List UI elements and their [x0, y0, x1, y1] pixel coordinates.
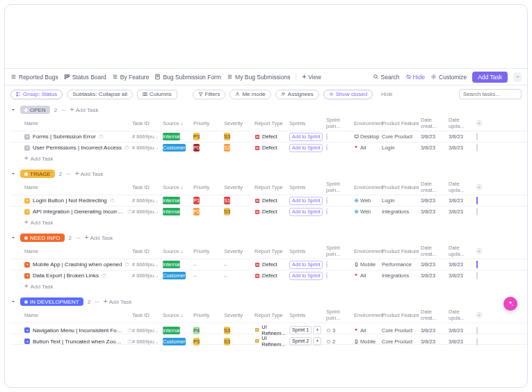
source-tag[interactable]: Internal — [163, 133, 180, 140]
source-tag[interactable]: Internal — [163, 208, 180, 215]
col-date-created[interactable]: Date creat... — [421, 309, 449, 321]
row-checkbox[interactable] — [476, 197, 478, 204]
date-updated[interactable]: 3/8/23 — [449, 209, 476, 215]
col-report-type[interactable]: Report Type — [255, 248, 289, 254]
row-checkbox[interactable] — [476, 261, 478, 268]
group-add-task[interactable]: +Add Task — [75, 170, 104, 177]
product-feature[interactable]: Core Product — [382, 338, 421, 345]
tab-reported-bugs[interactable]: Reported Bugs — [10, 74, 58, 81]
col-taskid[interactable]: Task ID — [132, 312, 163, 318]
task-row[interactable]: API Integration | Generating Incorrect .… — [10, 206, 527, 217]
group-add-task[interactable]: +Add Task — [70, 106, 99, 113]
severity-empty[interactable]: – — [224, 261, 227, 268]
task-name-cell[interactable]: API Integration | Generating Incorrect .… — [24, 209, 132, 215]
group-header[interactable]: OPEN 2 ··· +Add Task — [10, 104, 527, 115]
source-tag[interactable]: Customer — [163, 272, 186, 279]
col-name[interactable]: Name — [24, 312, 132, 318]
row-checkbox[interactable] — [476, 338, 478, 345]
environment[interactable]: Desktop — [354, 133, 382, 140]
col-add[interactable]: + — [476, 184, 487, 190]
priority-empty[interactable]: – — [193, 261, 196, 268]
add-to-sprint-button[interactable]: Add to Sprint — [289, 272, 323, 280]
report-type[interactable]: Defect — [255, 272, 289, 279]
col-sprints[interactable]: Sprints — [289, 248, 326, 254]
severity-tag[interactable]: S3 — [224, 338, 230, 345]
col-severity[interactable]: Severity — [224, 184, 255, 190]
col-sprint-points[interactable]: Sprint poin... — [326, 309, 354, 321]
col-sprint-points[interactable]: Sprint poin... — [326, 181, 354, 193]
status-pill[interactable]: NEED INFO — [20, 234, 65, 242]
col-taskid[interactable]: Task ID — [132, 248, 163, 254]
date-created[interactable]: 3/8/23 — [421, 261, 449, 268]
status-pill[interactable]: OPEN — [20, 106, 50, 114]
add-sprint-button[interactable]: + — [313, 337, 321, 345]
open-icon[interactable] — [127, 209, 132, 214]
tab-my-submissions[interactable]: My Bug Submissions — [227, 74, 290, 81]
col-source[interactable]: Source ↓ — [163, 120, 193, 126]
severity-tag[interactable]: S3 — [224, 133, 230, 140]
severity-tag[interactable]: S3 — [224, 327, 230, 334]
col-report-type[interactable]: Report Type — [255, 120, 289, 126]
date-created[interactable]: 3/8/23 — [421, 133, 449, 140]
hide-button[interactable]: Hide — [405, 74, 425, 81]
col-severity[interactable]: Severity — [224, 120, 255, 126]
group-menu[interactable]: ··· — [95, 299, 99, 305]
group-add-task[interactable]: +Add Task — [85, 234, 113, 241]
col-sprints[interactable]: Sprints — [289, 184, 326, 190]
col-sprints[interactable]: Sprints — [289, 312, 326, 318]
priority-empty[interactable]: – — [193, 272, 196, 279]
product-feature[interactable]: Performance — [382, 261, 421, 268]
group-header[interactable]: TRIAGE 2 ··· +Add Task — [10, 168, 527, 179]
source-tag[interactable]: Internal — [163, 261, 180, 268]
report-type[interactable]: Defect — [255, 145, 289, 151]
product-feature[interactable]: Core Product — [382, 327, 421, 334]
task-name-cell[interactable]: Login Button | Not Redirecting — [24, 197, 132, 204]
priority-tag[interactable]: P3 — [193, 133, 200, 140]
date-created[interactable]: 3/8/23 — [421, 209, 449, 215]
col-severity[interactable]: Severity — [224, 248, 255, 254]
open-icon[interactable] — [99, 134, 104, 139]
col-environment[interactable]: Environment — [354, 184, 382, 190]
severity-empty[interactable]: – — [224, 272, 227, 279]
task-name-cell[interactable]: Data Export | Broken Links — [24, 272, 132, 279]
search-button[interactable]: Search — [373, 74, 400, 81]
col-taskid[interactable]: Task ID — [132, 120, 163, 126]
open-icon[interactable] — [110, 198, 115, 203]
date-updated[interactable]: 3/8/23 — [449, 261, 476, 268]
open-icon[interactable] — [102, 273, 106, 278]
task-row[interactable]: Mobile App | Crashing when opened # 8669… — [10, 259, 527, 270]
environment[interactable]: Web — [354, 209, 382, 215]
add-to-sprint-button[interactable]: Add to Sprint — [289, 208, 323, 216]
col-date-updated[interactable]: Date upda... — [449, 245, 476, 257]
col-sprint-points[interactable]: Sprint poin... — [326, 117, 354, 129]
col-name[interactable]: Name — [24, 184, 132, 190]
col-date-updated[interactable]: Date upda... — [449, 117, 476, 129]
col-taskid[interactable]: Task ID — [132, 184, 163, 190]
col-report-type[interactable]: Report Type — [255, 184, 289, 190]
product-feature[interactable]: Login — [382, 145, 421, 151]
task-row[interactable]: Button Text | Truncated when Zoomed... #… — [10, 334, 527, 345]
columns-pill[interactable]: Columns — [137, 90, 177, 99]
col-add[interactable]: + — [476, 312, 487, 318]
source-tag[interactable]: Customer — [163, 338, 186, 345]
task-row[interactable]: Navigation Menu | Inconsistent Font Si..… — [10, 322, 527, 334]
subtasks-pill[interactable]: Subtasks: Collapse all — [67, 90, 133, 99]
task-row[interactable]: Data Export | Broken Links # 8669pu... C… — [10, 270, 527, 281]
report-type[interactable]: UI Refinem... — [255, 335, 289, 348]
severity-tag[interactable]: S3 — [224, 208, 230, 215]
task-name-cell[interactable]: User Permissions | Incorrect Access — [24, 145, 132, 151]
task-name-cell[interactable]: Forms | Submission Error — [24, 133, 132, 140]
show-closed-pill[interactable]: Show closed — [323, 90, 373, 99]
open-icon[interactable] — [127, 328, 132, 333]
col-product-feature[interactable]: Product Feature — [382, 120, 421, 126]
open-icon[interactable] — [127, 339, 132, 344]
group-menu[interactable]: ··· — [76, 235, 81, 241]
status-pill[interactable]: IN DEVELOPMENT — [20, 297, 83, 306]
task-id[interactable]: # 8669pu... — [132, 197, 163, 204]
group-header[interactable]: NEED INFO 2 ··· +Add Task — [10, 232, 527, 243]
add-task-row[interactable]: +Add Task — [10, 281, 527, 292]
col-priority[interactable]: Priority — [193, 312, 224, 318]
date-updated[interactable]: 3/8/23 — [449, 133, 476, 140]
col-priority[interactable]: Priority — [193, 248, 224, 254]
sprint-points[interactable]: 3 — [326, 327, 354, 334]
